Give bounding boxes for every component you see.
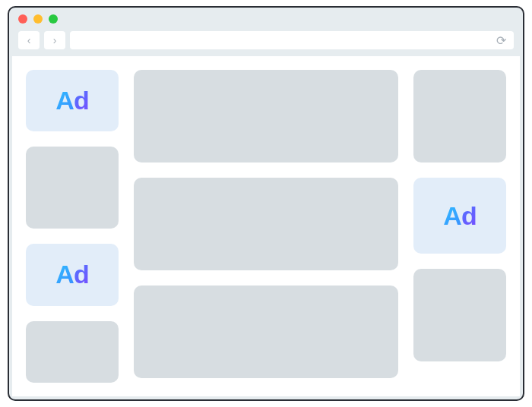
address-bar[interactable]: ⟳	[70, 31, 514, 49]
content-block	[413, 269, 506, 361]
content-block	[134, 178, 398, 270]
chevron-right-icon: ›	[53, 34, 57, 46]
browser-window: ‹ › ⟳ Ad Ad Ad	[8, 6, 524, 401]
ad-slot[interactable]: Ad	[26, 244, 119, 305]
ad-slot[interactable]: Ad	[413, 178, 506, 254]
browser-toolbar: ‹ › ⟳	[9, 30, 523, 56]
content-block	[413, 70, 506, 162]
reload-icon[interactable]: ⟳	[496, 33, 506, 48]
chevron-left-icon: ‹	[27, 34, 31, 46]
ad-label: Ad	[55, 86, 88, 115]
content-block	[134, 286, 398, 378]
window-close-button[interactable]	[18, 14, 27, 24]
main-column	[134, 70, 398, 383]
ad-label: Ad	[55, 260, 88, 289]
content-block	[134, 70, 398, 162]
forward-button[interactable]: ›	[44, 31, 65, 49]
page-content: Ad Ad Ad	[12, 56, 520, 396]
ad-label: Ad	[443, 201, 476, 231]
content-block	[26, 147, 119, 229]
left-column: Ad Ad	[26, 70, 119, 383]
window-titlebar	[9, 8, 523, 30]
right-column: Ad	[413, 70, 506, 383]
back-button[interactable]: ‹	[18, 31, 40, 49]
ad-slot[interactable]: Ad	[26, 70, 119, 131]
window-maximize-button[interactable]	[49, 14, 58, 24]
content-block	[26, 321, 119, 383]
window-minimize-button[interactable]	[33, 14, 43, 24]
